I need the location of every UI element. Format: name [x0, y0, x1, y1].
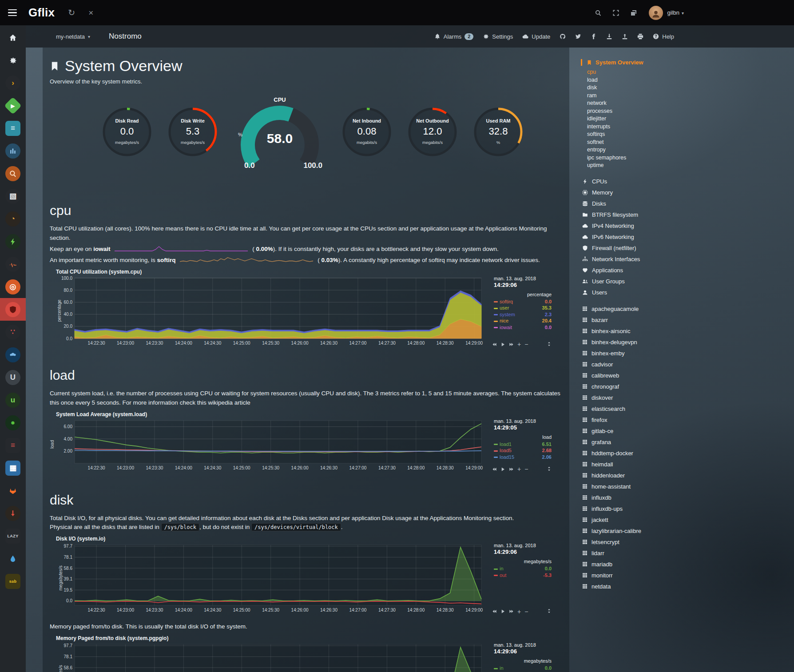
legend-entry-in[interactable]: in0.0 [494, 665, 552, 672]
nav-container[interactable]: hddtemp-docker [582, 448, 683, 459]
legend-entry-user[interactable]: user35.3 [494, 305, 552, 311]
gauge-cpu[interactable]: CPU 58.0 0.0100.0% [232, 96, 328, 183]
chart-resize-handle[interactable] [547, 466, 552, 472]
legend-entry-system[interactable]: system2.3 [494, 311, 552, 318]
zoom-in-icon[interactable]: + [517, 467, 521, 471]
twitter-icon[interactable] [575, 33, 581, 40]
github-icon[interactable] [560, 33, 566, 40]
nav-container[interactable]: monitorr [582, 570, 683, 581]
zoom-out-icon[interactable]: − [524, 342, 528, 346]
nav-container[interactable]: influxdb-ups [582, 503, 683, 514]
export-snapshot-icon[interactable] [622, 33, 628, 40]
update-button[interactable]: Update [522, 33, 550, 40]
chart-resize-handle[interactable] [547, 608, 552, 614]
app-icon-graph[interactable] [0, 253, 26, 275]
zoom-in-icon[interactable]: + [517, 609, 521, 614]
nav-subitem[interactable]: softirqs [587, 131, 683, 139]
chart-load[interactable]: System Load Average (system.load) load 1… [54, 411, 552, 473]
nav-subitem[interactable]: entropy [587, 146, 683, 154]
nav-container[interactable]: grafana [582, 437, 683, 448]
app-icon-gitlab[interactable] [0, 479, 26, 502]
app-icon-drop[interactable] [0, 547, 26, 570]
settings-button[interactable]: Settings [483, 33, 513, 40]
nav-section[interactable]: Disks [582, 198, 683, 209]
play-icon[interactable] [500, 467, 505, 472]
legend-entry-nice[interactable]: nice20.4 [494, 318, 552, 324]
app-icon-20[interactable]: ▦ [0, 457, 26, 479]
app-icon-14[interactable]: ∵ [0, 321, 26, 343]
hostname[interactable]: Nostromo [109, 32, 142, 41]
nav-container[interactable]: bazarr [582, 314, 683, 326]
nav-section[interactable]: BTRFS filesystem [582, 209, 683, 220]
legend-entry-load1[interactable]: load16.51 [494, 441, 552, 448]
app-icon-bolt[interactable] [0, 230, 26, 253]
nav-container[interactable]: home-assistant [582, 481, 683, 492]
nav-container[interactable]: binhex-emby [582, 348, 683, 359]
nav-section[interactable]: Applications [582, 265, 683, 276]
zoom-in-icon[interactable]: + [517, 342, 521, 346]
nav-container[interactable]: mariadb [582, 559, 683, 570]
tabs-icon[interactable] [630, 9, 637, 16]
gauge-net-outbound[interactable]: Net Outbound12.0megabits/s [406, 104, 459, 159]
app-icon-17[interactable]: u [0, 389, 26, 411]
softirq-sparkline[interactable] [180, 256, 313, 263]
app-icon-emby[interactable]: ▸ [0, 94, 26, 117]
nav-container[interactable]: heimdall [582, 459, 683, 470]
nav-subitem[interactable]: ram [587, 92, 683, 100]
wikipedia-link[interactable]: wikipedia article [208, 399, 250, 406]
legend-entry-iowait[interactable]: iowait0.0 [494, 324, 552, 331]
app-icon-library[interactable]: ≡ [0, 117, 26, 139]
legend-entry-load5[interactable]: load52.68 [494, 447, 552, 454]
nav-section[interactable]: Network Interfaces [582, 254, 683, 265]
app-icon-12[interactable]: ◎ [0, 275, 26, 298]
nav-container[interactable]: netdata [582, 581, 683, 592]
legend-entry-load15[interactable]: load152.06 [494, 454, 552, 461]
app-icon-22[interactable] [0, 502, 26, 525]
app-icon-16[interactable]: U [0, 366, 26, 389]
legend-entry-softirq[interactable]: softirq0.0 [494, 298, 552, 305]
nav-container[interactable]: elasticsearch [582, 403, 683, 414]
legend-entry-in[interactable]: in0.0 [494, 565, 552, 572]
alarms-button[interactable]: Alarms 2 [434, 33, 474, 40]
play-icon[interactable] [500, 342, 505, 347]
nav-container[interactable]: hiddenloader [582, 470, 683, 481]
nav-subitem[interactable]: processes [587, 107, 683, 115]
app-icon-netdata[interactable] [0, 298, 26, 321]
nav-subitem[interactable]: network [587, 99, 683, 107]
print-icon[interactable] [637, 33, 643, 40]
nav-subitem[interactable]: cpu [587, 68, 683, 76]
nav-container[interactable]: influxdb [582, 492, 683, 503]
nav-container[interactable]: diskover [582, 392, 683, 403]
nav-container[interactable]: letsencrypt [582, 537, 683, 548]
facebook-icon[interactable] [591, 33, 597, 40]
nav-container[interactable]: chronograf [582, 381, 683, 392]
gauge-disk-write[interactable]: Disk Write5.3megabytes/s [166, 104, 219, 159]
nav-container[interactable]: apacheguacamole [582, 303, 683, 314]
nav-section[interactable]: Memory [582, 187, 683, 198]
search-icon[interactable] [595, 9, 602, 16]
pan-forward-icon[interactable] [509, 609, 514, 614]
nav-container[interactable]: binhex-airsonic [582, 326, 683, 337]
chart-cpu[interactable]: Total CPU utilization (system.cpu) perce… [54, 269, 552, 348]
app-icon-sab[interactable]: sab [0, 570, 26, 592]
chart-canvas[interactable]: 14:22:3014:23:0014:23:3014:24:0014:24:30… [54, 418, 487, 473]
app-icon-search[interactable] [0, 162, 26, 185]
home-icon[interactable] [0, 26, 26, 49]
pan-forward-icon[interactable] [509, 342, 514, 347]
gauge-used-ram[interactable]: Used RAM32.8% [472, 104, 525, 159]
app-icon-9[interactable]: ◔ [0, 207, 26, 230]
user-menu[interactable]: gilbn▾ [667, 9, 684, 16]
gauge-disk-read[interactable]: Disk Read0.0megabytes/s [100, 104, 154, 159]
nav-container[interactable]: jackett [582, 514, 683, 525]
pan-forward-icon[interactable] [509, 467, 514, 472]
nav-subitem[interactable]: ipc semaphores [587, 154, 683, 162]
chart-canvas[interactable]: 14:22:3014:23:0014:23:3014:24:0014:24:30… [54, 542, 487, 615]
close-icon[interactable]: × [88, 8, 93, 17]
fullscreen-icon[interactable] [612, 9, 619, 16]
nav-subitem[interactable]: softnet [587, 139, 683, 147]
pan-backward-icon[interactable] [492, 467, 497, 472]
play-icon[interactable] [500, 609, 505, 614]
app-icon-18[interactable]: ● [0, 411, 26, 434]
nav-container[interactable]: gitlab-ce [582, 425, 683, 437]
chart-memory-paged[interactable]: Memory Paged from/to disk (system.pgpgio… [54, 635, 552, 672]
